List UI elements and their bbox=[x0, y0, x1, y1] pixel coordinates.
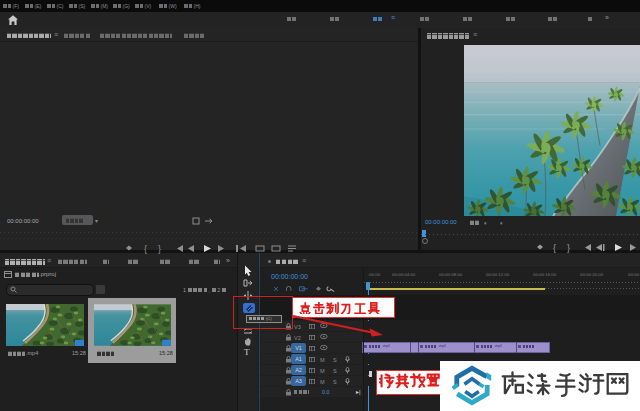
svg-text:}: } bbox=[158, 244, 161, 254]
svg-text:{: { bbox=[144, 244, 147, 254]
svg-text:}: } bbox=[567, 243, 570, 253]
svg-text:{: { bbox=[553, 243, 556, 253]
